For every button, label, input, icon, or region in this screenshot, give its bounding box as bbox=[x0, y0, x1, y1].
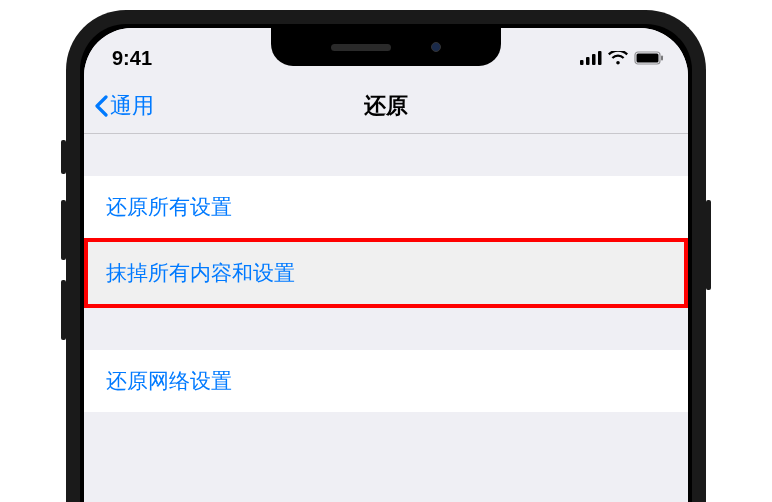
cellular-icon bbox=[580, 51, 602, 65]
svg-rect-1 bbox=[586, 57, 590, 65]
row-label: 还原网络设置 bbox=[106, 367, 232, 395]
row-label: 抹掉所有内容和设置 bbox=[106, 259, 295, 287]
row-label: 还原所有设置 bbox=[106, 193, 232, 221]
wifi-icon bbox=[608, 51, 628, 65]
reset-network-row[interactable]: 还原网络设置 bbox=[84, 350, 688, 412]
erase-all-content-row[interactable]: 抹掉所有内容和设置 bbox=[84, 238, 688, 308]
reset-all-settings-row[interactable]: 还原所有设置 bbox=[84, 176, 688, 238]
chevron-left-icon bbox=[94, 95, 108, 117]
status-icons bbox=[580, 51, 664, 65]
svg-rect-2 bbox=[592, 54, 596, 65]
battery-icon bbox=[634, 51, 664, 65]
phone-mockup: 9:41 bbox=[66, 10, 706, 502]
svg-rect-0 bbox=[580, 60, 584, 65]
svg-rect-3 bbox=[598, 51, 602, 65]
back-label: 通用 bbox=[110, 91, 154, 121]
device-notch bbox=[271, 28, 501, 66]
back-button[interactable]: 通用 bbox=[84, 91, 154, 121]
svg-rect-6 bbox=[661, 56, 663, 61]
page-title: 还原 bbox=[364, 91, 408, 121]
navigation-bar: 通用 还原 bbox=[84, 78, 688, 134]
settings-list: 还原所有设置 抹掉所有内容和设置 还原网络设置 bbox=[84, 134, 688, 412]
status-time: 9:41 bbox=[112, 47, 152, 70]
svg-rect-5 bbox=[637, 54, 659, 63]
